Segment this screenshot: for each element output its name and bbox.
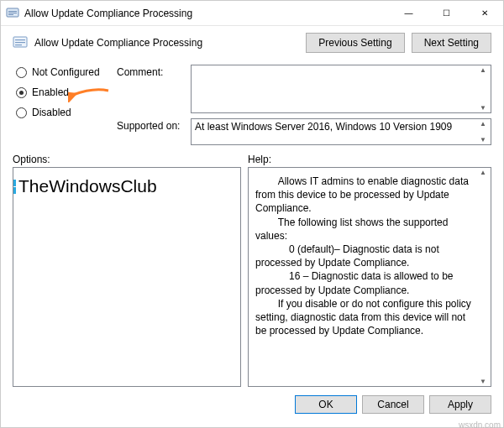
help-text: Allows IT admins to enable diagnostic da… bbox=[249, 168, 491, 344]
title-bar: Allow Update Compliance Processing — ☐ ✕ bbox=[1, 1, 503, 26]
scroll-up-icon: ▲ bbox=[480, 120, 486, 128]
watermark: TheWindowsClub bbox=[13, 176, 157, 196]
image-credit: wsxdn.com bbox=[459, 420, 501, 428]
pane-labels: Options: Help: bbox=[1, 150, 503, 167]
settings-area: Not Configured Enabled Disabled bbox=[1, 60, 503, 150]
main-panes: TheWindowsClub Allows IT admins to enabl… bbox=[1, 167, 503, 387]
help-label: Help: bbox=[248, 154, 491, 165]
comment-row: Comment: ▲▼ bbox=[117, 65, 491, 113]
supported-label: Supported on: bbox=[117, 118, 184, 145]
minimize-button[interactable]: — bbox=[390, 1, 428, 26]
header-title: Allow Update Compliance Processing bbox=[34, 37, 299, 49]
svg-rect-6 bbox=[15, 39, 25, 40]
watermark-text: TheWindowsClub bbox=[18, 176, 157, 196]
svg-rect-12 bbox=[13, 187, 16, 194]
next-setting-button[interactable]: Next Setting bbox=[412, 33, 491, 53]
ok-button[interactable]: OK bbox=[295, 395, 357, 414]
minimize-icon: — bbox=[405, 8, 413, 18]
radio-enabled[interactable]: Enabled bbox=[16, 86, 108, 98]
radio-not-configured[interactable]: Not Configured bbox=[16, 66, 108, 78]
scroll-up-icon: ▲ bbox=[480, 66, 486, 74]
app-icon bbox=[6, 7, 19, 20]
window-title: Allow Update Compliance Processing bbox=[24, 8, 390, 19]
policy-icon bbox=[13, 35, 28, 50]
supported-row: Supported on: At least Windows Server 20… bbox=[117, 118, 491, 145]
close-icon: ✕ bbox=[481, 8, 488, 18]
maximize-button[interactable]: ☐ bbox=[428, 1, 465, 26]
comment-label: Comment: bbox=[117, 65, 184, 113]
state-radio-group: Not Configured Enabled Disabled bbox=[16, 65, 108, 145]
close-button[interactable]: ✕ bbox=[465, 1, 503, 26]
svg-rect-2 bbox=[8, 11, 17, 12]
svg-rect-3 bbox=[8, 13, 17, 13]
scroll-down-icon: ▼ bbox=[480, 104, 486, 112]
scrollbar[interactable]: ▲▼ bbox=[476, 120, 490, 144]
radio-disabled[interactable]: Disabled bbox=[16, 107, 108, 118]
options-pane: TheWindowsClub bbox=[13, 167, 241, 387]
radio-icon bbox=[16, 67, 27, 78]
scrollbar[interactable]: ▲▼ bbox=[476, 66, 490, 112]
header: Allow Update Compliance Processing Previ… bbox=[1, 26, 503, 60]
options-label: Options: bbox=[13, 154, 248, 165]
maximize-icon: ☐ bbox=[443, 8, 450, 18]
radio-icon bbox=[16, 107, 27, 118]
windows-logo-icon bbox=[13, 177, 17, 196]
fields-column: Comment: ▲▼ Supported on: At least Windo… bbox=[117, 65, 491, 145]
dialog-buttons: OK Cancel Apply bbox=[1, 387, 503, 422]
scroll-up-icon: ▲ bbox=[480, 169, 486, 176]
svg-rect-8 bbox=[15, 44, 22, 45]
supported-value: At least Windows Server 2016, Windows 10… bbox=[195, 121, 452, 133]
radio-icon bbox=[16, 87, 27, 98]
scroll-down-icon: ▼ bbox=[480, 378, 486, 385]
radio-label: Not Configured bbox=[32, 66, 100, 78]
svg-rect-10 bbox=[13, 180, 16, 186]
svg-rect-7 bbox=[15, 42, 25, 43]
supported-textarea: At least Windows Server 2016, Windows 10… bbox=[191, 118, 491, 145]
scroll-down-icon: ▼ bbox=[480, 136, 486, 144]
radio-label: Enabled bbox=[32, 86, 69, 98]
scrollbar[interactable]: ▲▼ bbox=[476, 169, 490, 385]
help-pane: Allows IT admins to enable diagnostic da… bbox=[248, 167, 491, 387]
previous-setting-button[interactable]: Previous Setting bbox=[306, 33, 404, 53]
svg-rect-4 bbox=[8, 14, 13, 15]
comment-textarea[interactable]: ▲▼ bbox=[191, 65, 491, 113]
annotation-arrow-icon bbox=[68, 87, 110, 105]
cancel-button[interactable]: Cancel bbox=[362, 395, 424, 414]
apply-button[interactable]: Apply bbox=[429, 395, 491, 414]
radio-label: Disabled bbox=[32, 107, 71, 118]
